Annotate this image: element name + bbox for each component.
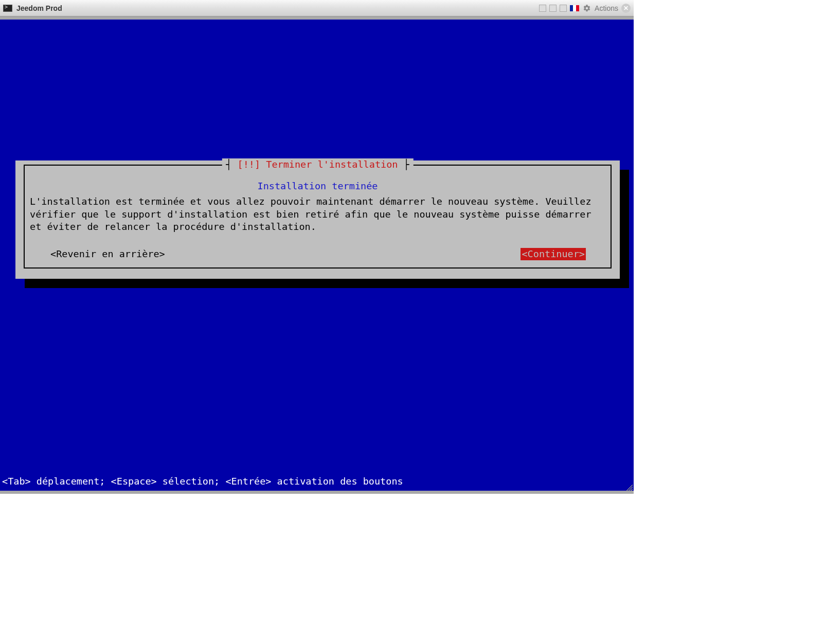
- dialog-subtitle: Installation terminée: [29, 180, 606, 192]
- window-control-2[interactable]: [549, 5, 557, 12]
- title-bracket-left: ┤: [226, 159, 237, 170]
- back-button[interactable]: <Revenir en arrière>: [49, 248, 166, 260]
- close-icon[interactable]: ✕: [621, 4, 631, 13]
- dialog-title: ┤ [!!] Terminer l'installation ├: [222, 158, 413, 171]
- flag-france-icon[interactable]: [570, 5, 579, 11]
- console-area: ┤ [!!] Terminer l'installation ├ Install…: [0, 16, 634, 494]
- title-bracket-right: ├: [404, 159, 409, 170]
- terminal-icon: [3, 5, 12, 12]
- actions-label[interactable]: Actions: [595, 4, 618, 12]
- window-control-1[interactable]: [539, 5, 546, 12]
- gear-icon[interactable]: [582, 4, 591, 13]
- continue-button[interactable]: <Continuer>: [521, 248, 586, 260]
- decorative-bottom-bar: [0, 491, 634, 494]
- title-marker: [!!]: [238, 159, 261, 170]
- installer-dialog: ┤ [!!] Terminer l'installation ├ Install…: [15, 160, 620, 279]
- button-row: <Revenir en arrière> <Continuer>: [29, 248, 606, 260]
- window-controls: Actions ✕: [539, 4, 631, 13]
- footer-hint: <Tab> déplacement; <Espace> sélection; <…: [2, 475, 403, 488]
- window-control-3[interactable]: [560, 5, 567, 12]
- decorative-top-bar: [0, 16, 634, 20]
- dialog-border: ┤ [!!] Terminer l'installation ├ Install…: [24, 165, 612, 269]
- dialog-body: L'installation est terminée et vous alle…: [29, 195, 606, 233]
- title-text: Terminer l'installation: [260, 159, 403, 170]
- window-titlebar: Jeedom Prod Actions ✕: [0, 0, 634, 16]
- window-title: Jeedom Prod: [16, 4, 535, 12]
- dialog-wrap: ┤ [!!] Terminer l'installation ├ Install…: [15, 160, 620, 279]
